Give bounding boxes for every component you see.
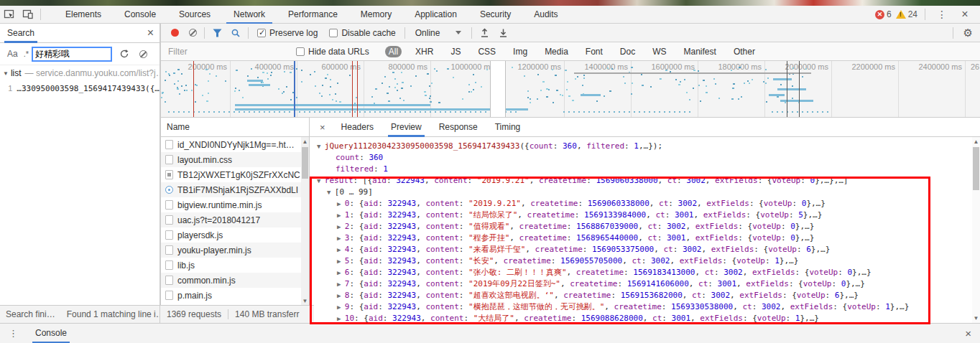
type-filter-other[interactable]: Other — [730, 46, 759, 57]
type-filter-ws[interactable]: WS — [649, 46, 670, 57]
json-line[interactable]: ▶ 10: {aid: 322943, content: "大结局了", cre… — [310, 313, 971, 323]
collapse-arrow-icon[interactable]: ▼ — [3, 70, 9, 77]
json-line[interactable]: ▶ 4: {aid: 322943, content: "来看易烊千玺", cr… — [310, 244, 971, 255]
type-filter-js[interactable]: JS — [447, 46, 464, 57]
json-line[interactable]: ▶ 9: {aid: 322943, content: "横抱琵琶，这细节做的，… — [310, 301, 971, 313]
json-line[interactable]: ▶ 2: {aid: 322943, content: "值得观看", crea… — [310, 221, 971, 232]
request-row[interactable]: playersdk.js — [161, 227, 309, 243]
request-row[interactable]: common.min.js — [161, 273, 309, 288]
scrollbar-thumb[interactable] — [302, 147, 308, 179]
expand-arrow-icon[interactable]: ▶ — [337, 304, 345, 311]
hide-data-urls-checkbox[interactable]: Hide data URLs — [296, 47, 369, 57]
request-row[interactable]: layout.min.css — [161, 152, 309, 167]
type-filter-all[interactable]: All — [385, 46, 402, 57]
expand-arrow-icon[interactable]: ▼ — [317, 177, 325, 184]
type-filter-manifest[interactable]: Manifest — [680, 46, 720, 57]
expand-arrow-icon[interactable]: ▶ — [337, 235, 345, 242]
expand-arrow-icon[interactable]: ▼ — [317, 143, 325, 150]
device-toolbar-icon[interactable] — [19, 6, 37, 23]
detail-tab-headers[interactable]: Headers — [333, 118, 382, 137]
expand-arrow-icon[interactable]: ▶ — [337, 212, 345, 219]
type-filter-xhr[interactable]: XHR — [412, 46, 437, 57]
preview-scrollbar[interactable]: ▲ ▼ — [972, 137, 980, 323]
json-line[interactable]: filtered: 1 — [310, 164, 971, 175]
tab-sources[interactable]: Sources — [167, 6, 222, 24]
expand-arrow-icon[interactable]: ▶ — [337, 292, 345, 299]
detail-tab-response[interactable]: Response — [430, 118, 486, 137]
type-filter-css[interactable]: CSS — [474, 46, 499, 57]
search-network-icon[interactable] — [226, 24, 245, 42]
tab-elements[interactable]: Elements — [54, 6, 113, 24]
tab-security[interactable]: Security — [468, 6, 522, 24]
expand-arrow-icon[interactable]: ▶ — [337, 246, 345, 253]
type-filter-font[interactable]: Font — [582, 46, 606, 57]
import-har-icon[interactable] — [475, 24, 494, 42]
warning-badge[interactable]: 24 — [896, 9, 917, 19]
tab-network[interactable]: Network — [222, 6, 277, 24]
search-input[interactable] — [32, 47, 112, 62]
request-row[interactable]: id_XNDI0NDYyNjk1Mg==.ht… — [161, 137, 309, 152]
json-line[interactable]: ▶ 7: {aid: 322943, content: "2019年09月22日… — [310, 278, 971, 290]
type-filter-img[interactable]: Img — [509, 46, 531, 57]
scroll-down-icon[interactable]: ▼ — [301, 297, 309, 305]
preserve-log-checkbox[interactable]: Preserve log — [257, 28, 318, 38]
json-line[interactable]: ▼ [0 … 99] — [310, 187, 971, 198]
disable-cache-checkbox[interactable]: Disable cache — [329, 28, 395, 38]
search-result-line[interactable]: 1 …330950003598_1569417439433({… — [0, 81, 160, 95]
requests-name-header[interactable]: Name — [161, 118, 309, 137]
json-line[interactable]: ▼ result: [{aid: 322943, content: "2019.… — [310, 175, 971, 187]
tab-memory[interactable]: Memory — [349, 6, 403, 24]
json-line[interactable]: ▶ 5: {aid: 322943, content: "长安", create… — [310, 255, 971, 267]
error-badge[interactable]: ✕6 — [875, 9, 892, 19]
tab-audits[interactable]: Audits — [522, 6, 569, 24]
close-detail-icon[interactable]: × — [310, 122, 333, 133]
search-close-icon[interactable]: × — [147, 27, 154, 39]
record-network-log-button[interactable] — [171, 29, 179, 37]
network-settings-gear-icon[interactable]: ⚙ — [956, 27, 980, 39]
search-result-group[interactable]: ▼ list — service.danmu.youku.com/list?j… — [0, 65, 160, 81]
json-line[interactable]: count: 360 — [310, 152, 971, 164]
expand-arrow-icon[interactable]: ▶ — [337, 258, 345, 265]
expand-arrow-icon[interactable]: ▶ — [337, 269, 345, 276]
request-row[interactable]: uac.js?t=2018041217 — [161, 212, 309, 227]
type-filter-media[interactable]: Media — [541, 46, 572, 57]
request-row[interactable]: p.main.js — [161, 288, 309, 303]
regex-button[interactable]: .* — [21, 48, 32, 60]
json-line[interactable]: ▶ 6: {aid: 322943, content: "张小敬: 二刷！！！真… — [310, 267, 971, 278]
tab-performance[interactable]: Performance — [277, 6, 349, 24]
scroll-down-icon[interactable]: ▼ — [972, 314, 980, 322]
tab-console[interactable]: Console — [113, 6, 167, 24]
json-line[interactable]: ▼ jQuery111203042330950003598_1569417439… — [310, 141, 971, 152]
clear-search-icon[interactable] — [139, 50, 147, 58]
match-case-button[interactable]: Aa — [4, 47, 21, 60]
json-line[interactable]: ▶ 3: {aid: 322943, content: "程参开挂", crea… — [310, 232, 971, 244]
tab-console[interactable]: Console — [25, 324, 77, 343]
expand-arrow-icon[interactable]: ▶ — [337, 315, 345, 322]
request-row[interactable]: youku-player.min.js — [161, 243, 309, 258]
expand-arrow-icon[interactable]: ▶ — [337, 281, 345, 288]
scrollbar-thumb[interactable] — [973, 147, 979, 190]
scroll-up-icon[interactable]: ▲ — [301, 138, 309, 146]
drawer-menu-icon[interactable]: ⋮ — [0, 328, 25, 339]
json-line[interactable]: ▶ 1: {aid: 322943, content: "结局惊呆了", cre… — [310, 210, 971, 221]
tab-application[interactable]: Application — [403, 6, 468, 24]
expand-arrow-icon[interactable]: ▶ — [337, 223, 345, 230]
expand-arrow-icon[interactable]: ▶ — [337, 200, 345, 207]
json-line[interactable]: ▶ 0: {aid: 322943, content: "2019.9.21",… — [310, 198, 971, 210]
json-line[interactable]: ▶ 8: {aid: 322943, content: "超喜欢这部电视剧。‘"… — [310, 290, 971, 301]
filter-input[interactable] — [168, 45, 285, 58]
export-har-icon[interactable] — [494, 24, 512, 42]
more-options-icon[interactable]: ⋮ — [933, 6, 951, 23]
request-row[interactable]: bigview.runtime.min.js — [161, 197, 309, 212]
throttling-dropdown[interactable]: Online — [415, 28, 462, 38]
detail-tab-preview[interactable]: Preview — [382, 118, 430, 137]
filter-funnel-icon[interactable] — [208, 24, 226, 42]
requests-scrollbar[interactable]: ▲ ▼ — [301, 137, 309, 306]
network-overview-timeline[interactable]: 200000 ms400000 ms600000 ms800000 ms1000… — [161, 61, 980, 118]
detail-tab-timing[interactable]: Timing — [486, 118, 530, 137]
clear-network-log-icon[interactable] — [189, 29, 197, 37]
close-drawer-icon[interactable]: × — [965, 327, 980, 339]
expand-arrow-icon[interactable]: ▼ — [327, 189, 335, 196]
close-devtools-icon[interactable]: × — [956, 6, 974, 23]
type-filter-doc[interactable]: Doc — [616, 46, 639, 57]
